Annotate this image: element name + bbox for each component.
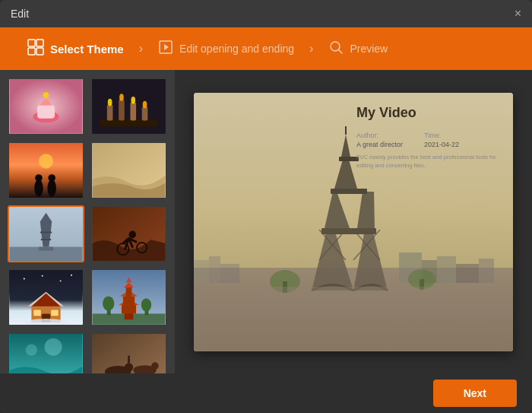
svg-rect-1 bbox=[36, 40, 43, 46]
svg-point-24 bbox=[35, 174, 43, 182]
svg-point-23 bbox=[34, 179, 43, 197]
svg-rect-9 bbox=[37, 105, 55, 118]
svg-rect-81 bbox=[437, 256, 456, 283]
author-value: A great director bbox=[356, 141, 403, 148]
thumb-teal[interactable] bbox=[8, 332, 84, 373]
svg-rect-46 bbox=[33, 310, 41, 316]
svg-rect-54 bbox=[126, 288, 132, 297]
svg-point-61 bbox=[26, 344, 37, 355]
svg-point-38 bbox=[24, 278, 25, 280]
svg-point-10 bbox=[43, 92, 49, 98]
svg-point-41 bbox=[71, 275, 72, 276]
svg-rect-84 bbox=[194, 260, 209, 283]
svg-rect-19 bbox=[142, 106, 148, 120]
svg-rect-3 bbox=[36, 48, 43, 55]
svg-rect-82 bbox=[456, 264, 479, 283]
thumb-candles[interactable] bbox=[90, 78, 167, 135]
svg-rect-0 bbox=[28, 40, 35, 46]
svg-rect-85 bbox=[209, 256, 220, 283]
svg-rect-30 bbox=[39, 246, 53, 250]
svg-rect-83 bbox=[479, 259, 494, 283]
step-preview[interactable]: Preview bbox=[316, 40, 400, 59]
svg-rect-15 bbox=[119, 100, 125, 121]
svg-rect-2 bbox=[28, 48, 35, 55]
thumb-cupcake[interactable] bbox=[8, 78, 84, 135]
thumb-silhouette[interactable] bbox=[8, 141, 84, 199]
edit-window: Edit × Select Theme › bbox=[0, 0, 532, 413]
svg-point-40 bbox=[60, 281, 62, 282]
svg-rect-21 bbox=[10, 143, 83, 198]
thumb-sand[interactable] bbox=[90, 141, 167, 199]
arrow-2: › bbox=[306, 42, 316, 56]
svg-point-26 bbox=[48, 174, 55, 182]
step-select-theme[interactable]: Select Theme bbox=[15, 39, 136, 59]
thumb-snow[interactable] bbox=[8, 268, 84, 326]
svg-point-72 bbox=[151, 362, 159, 370]
svg-rect-88 bbox=[331, 189, 367, 194]
svg-rect-17 bbox=[130, 103, 136, 121]
svg-line-6 bbox=[339, 49, 343, 53]
svg-point-58 bbox=[141, 299, 151, 312]
window-title: Edit bbox=[11, 8, 29, 20]
svg-point-16 bbox=[119, 94, 124, 101]
svg-rect-47 bbox=[51, 310, 59, 316]
step-edit-opening[interactable]: Edit opening and ending bbox=[146, 40, 306, 59]
thumb-bike[interactable] bbox=[90, 205, 167, 263]
close-button[interactable]: × bbox=[515, 8, 521, 20]
next-button[interactable]: Next bbox=[433, 380, 517, 407]
svg-point-34 bbox=[129, 230, 137, 238]
step-select-theme-label: Select Theme bbox=[50, 43, 124, 56]
svg-point-56 bbox=[103, 297, 114, 311]
svg-point-60 bbox=[45, 338, 62, 356]
time-label: Time: bbox=[424, 132, 459, 139]
preview-card: My Video Author: A great director Time: … bbox=[194, 93, 513, 351]
toolbar: Select Theme › Edit opening and ending › bbox=[0, 27, 532, 70]
preview-icon bbox=[328, 40, 344, 59]
svg-rect-87 bbox=[321, 228, 376, 234]
arrow-1: › bbox=[136, 42, 146, 56]
preview-title: My Video bbox=[356, 105, 501, 121]
time-value: 2021-04-22 bbox=[424, 141, 459, 148]
svg-point-65 bbox=[125, 363, 133, 371]
edit-icon bbox=[158, 40, 173, 59]
title-bar: Edit × bbox=[0, 0, 532, 27]
svg-point-39 bbox=[42, 275, 43, 277]
svg-rect-86 bbox=[220, 264, 239, 283]
preview-panel: My Video Author: A great director Time: … bbox=[175, 70, 532, 373]
thumb-pagoda[interactable] bbox=[90, 268, 167, 326]
select-theme-icon bbox=[27, 39, 44, 59]
svg-rect-13 bbox=[107, 104, 113, 120]
step-edit-opening-label: Edit opening and ending bbox=[179, 43, 294, 55]
svg-point-20 bbox=[143, 101, 147, 109]
author-label: Author: bbox=[356, 132, 403, 139]
thumb-horses[interactable] bbox=[90, 332, 167, 373]
svg-point-14 bbox=[108, 99, 112, 106]
svg-rect-53 bbox=[123, 297, 135, 307]
svg-point-22 bbox=[39, 154, 53, 168]
thumbnails-panel bbox=[0, 70, 175, 373]
content-area: My Video Author: A great director Time: … bbox=[0, 70, 532, 373]
svg-point-18 bbox=[131, 97, 135, 104]
svg-point-25 bbox=[47, 179, 55, 197]
preview-description: FVC mainly provides the best and profess… bbox=[356, 153, 501, 170]
svg-rect-99 bbox=[194, 287, 513, 351]
step-preview-label: Preview bbox=[350, 43, 388, 55]
thumb-tower-selected[interactable] bbox=[8, 205, 84, 263]
thumbs-grid bbox=[8, 78, 167, 373]
footer: Next bbox=[0, 373, 532, 413]
